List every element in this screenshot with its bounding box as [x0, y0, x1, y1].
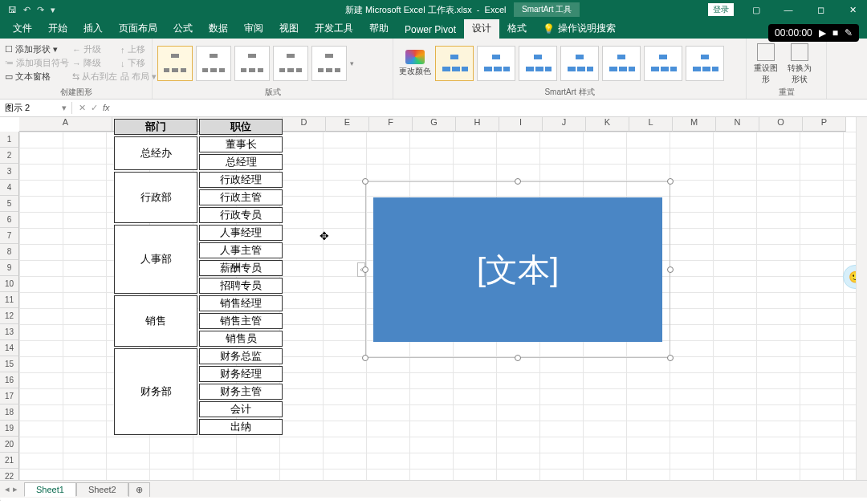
resize-handle[interactable] — [362, 178, 368, 185]
sheet-tab-2[interactable]: Sheet2 — [76, 482, 128, 496]
row-header-5[interactable]: 5 — [0, 196, 19, 212]
record-play-icon[interactable]: ▶ — [819, 27, 826, 39]
demote-button[interactable]: → 降级 — [72, 57, 117, 69]
rtl-button[interactable]: ⇆ 从右到左 — [72, 71, 117, 83]
tab-file[interactable]: 文件 — [5, 18, 40, 39]
tab-view[interactable]: 视图 — [271, 18, 307, 39]
tab-developer[interactable]: 开发工具 — [307, 18, 361, 39]
text-pane-button[interactable]: ▭ 文本窗格 — [5, 71, 69, 83]
tab-nav-next-icon[interactable]: ▸ — [13, 484, 18, 494]
row-header-2[interactable]: 2 — [0, 148, 19, 164]
smartart-selection[interactable]: ‹ [文本] — [365, 181, 670, 358]
row-header-17[interactable]: 17 — [0, 388, 19, 404]
row-header-15[interactable]: 15 — [0, 356, 19, 372]
col-header-G[interactable]: G — [413, 117, 456, 132]
layout-option-1[interactable] — [157, 46, 193, 81]
tab-help[interactable]: 帮助 — [361, 18, 397, 39]
row-header-16[interactable]: 16 — [0, 372, 19, 388]
col-header-E[interactable]: E — [326, 117, 369, 132]
style-option-2[interactable] — [477, 46, 515, 81]
tab-nav-prev-icon[interactable]: ◂ — [5, 484, 10, 494]
vertical-scrollbar[interactable] — [856, 117, 867, 480]
layout-option-2[interactable] — [196, 46, 231, 81]
resize-handle[interactable] — [515, 355, 521, 361]
resize-handle[interactable] — [667, 266, 674, 273]
style-option-1[interactable] — [435, 46, 474, 81]
smartart-shape[interactable]: [文本] — [373, 197, 662, 342]
qat-more-icon[interactable]: ▾ — [51, 5, 55, 15]
col-header-J[interactable]: J — [543, 117, 586, 132]
style-option-6[interactable] — [644, 46, 682, 81]
col-header-O[interactable]: O — [759, 117, 803, 132]
resize-handle[interactable] — [362, 266, 368, 273]
row-header-14[interactable]: 14 — [0, 340, 19, 356]
tell-me-search[interactable]: 💡 操作说明搜索 — [535, 18, 624, 39]
save-icon[interactable]: 🖫 — [8, 5, 17, 14]
ribbon-options-icon[interactable]: ▢ — [742, 0, 771, 19]
col-header-P[interactable]: P — [803, 117, 846, 132]
col-header-N[interactable]: N — [716, 117, 759, 132]
col-header-F[interactable]: F — [369, 117, 413, 132]
tab-review[interactable]: 审阅 — [236, 18, 271, 39]
style-option-7[interactable] — [686, 46, 724, 81]
tab-home[interactable]: 开始 — [40, 18, 75, 39]
row-header-18[interactable]: 18 — [0, 404, 19, 421]
row-header-8[interactable]: 8 — [0, 244, 19, 260]
row-header-3[interactable]: 3 — [0, 164, 19, 180]
row-header-12[interactable]: 12 — [0, 308, 19, 324]
layout-option-5[interactable] — [311, 46, 347, 81]
col-header-I[interactable]: I — [499, 117, 543, 132]
resize-handle[interactable] — [515, 178, 521, 185]
layout-menu-button[interactable]: 品 布局 ▾ — [120, 71, 157, 83]
sheet-tab-1[interactable]: Sheet1 — [24, 482, 76, 497]
minimize-button[interactable]: — — [774, 0, 803, 19]
tab-format[interactable]: 格式 — [499, 18, 535, 39]
col-header-D[interactable]: D — [283, 117, 326, 132]
style-option-4[interactable] — [560, 46, 599, 81]
gallery-more-icon[interactable]: ▾ — [350, 59, 354, 67]
add-shape-button[interactable]: ☐ 添加形状 ▾ — [5, 43, 69, 55]
row-header-21[interactable]: 21 — [0, 453, 19, 469]
row-header-7[interactable]: 7 — [0, 228, 19, 244]
tab-page-layout[interactable]: 页面布局 — [111, 18, 165, 39]
promote-button[interactable]: ← 升级 — [72, 43, 117, 55]
cancel-formula-icon[interactable]: ✕ — [79, 103, 86, 113]
add-sheet-button[interactable]: ⊕ — [128, 482, 150, 497]
col-header-H[interactable]: H — [456, 117, 499, 132]
tab-insert[interactable]: 插入 — [75, 18, 111, 39]
col-header-L[interactable]: L — [629, 117, 673, 132]
reset-graphic-button[interactable]: 重设图形 — [751, 42, 780, 85]
row-headers[interactable]: 1234567891011121314151617181920212223 — [0, 132, 19, 501]
resize-handle[interactable] — [667, 178, 674, 185]
name-box[interactable]: 图示 2▾ — [0, 102, 72, 114]
layouts-gallery[interactable]: ▾ — [157, 40, 388, 86]
row-header-6[interactable]: 6 — [0, 212, 19, 228]
row-header-20[interactable]: 20 — [0, 437, 19, 453]
add-bullet-button[interactable]: ≔ 添加项目符号 — [5, 57, 69, 69]
record-edit-icon[interactable]: ✎ — [845, 27, 853, 39]
resize-handle[interactable] — [362, 355, 368, 361]
chevron-down-icon[interactable]: ▾ — [62, 103, 67, 113]
worksheet-area[interactable]: ABCDEFGHIJKLMNOP 12345678910111213141516… — [0, 117, 867, 486]
row-header-9[interactable]: 9 — [0, 260, 19, 276]
col-header-K[interactable]: K — [586, 117, 629, 132]
row-header-11[interactable]: 11 — [0, 292, 19, 308]
row-header-10[interactable]: 10 — [0, 276, 19, 292]
row-header-4[interactable]: 4 — [0, 180, 19, 196]
redo-icon[interactable]: ↷ — [37, 5, 44, 15]
layout-option-4[interactable] — [273, 46, 308, 81]
move-down-button[interactable]: ↓ 下移 — [120, 57, 157, 69]
record-stop-icon[interactable]: ■ — [832, 27, 838, 39]
styles-gallery[interactable] — [435, 46, 724, 81]
change-colors-button[interactable]: 更改颜色 — [398, 50, 432, 77]
style-option-5[interactable] — [602, 46, 641, 81]
maximize-button[interactable]: ◻ — [806, 0, 835, 19]
undo-icon[interactable]: ↶ — [23, 5, 31, 15]
col-header-A[interactable]: A — [19, 117, 112, 132]
move-up-button[interactable]: ↑ 上移 — [120, 43, 157, 55]
tab-design[interactable]: 设计 — [464, 18, 499, 39]
tab-data[interactable]: 数据 — [201, 18, 236, 39]
row-header-13[interactable]: 13 — [0, 324, 19, 340]
row-header-19[interactable]: 19 — [0, 421, 19, 437]
convert-shape-button[interactable]: 转换为形状 — [785, 42, 814, 85]
